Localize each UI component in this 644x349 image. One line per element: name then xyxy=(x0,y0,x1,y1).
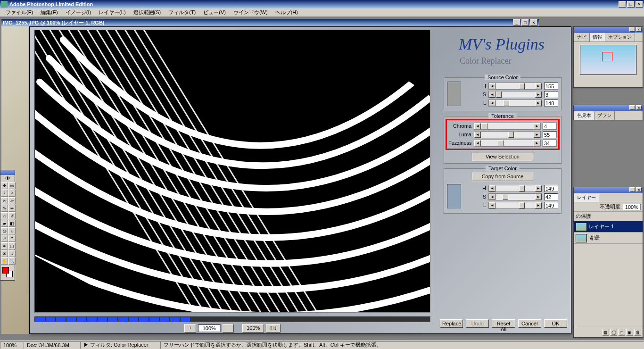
hand-tool[interactable]: ✋ xyxy=(1,258,8,265)
source-l-label: L xyxy=(463,100,487,106)
slice-tool[interactable]: ▱ xyxy=(8,197,16,204)
doc-minimize-button[interactable]: _ xyxy=(513,19,520,26)
move-tool[interactable]: ✥ xyxy=(1,182,8,189)
target-l-slider[interactable]: ◄► xyxy=(488,202,542,209)
eyedropper-tool[interactable]: ⤓ xyxy=(8,250,16,257)
menu-view[interactable]: ビュー(V) xyxy=(199,8,230,17)
foreground-color[interactable] xyxy=(2,267,9,274)
nav-min-button[interactable]: _ xyxy=(629,27,635,32)
tab-options[interactable]: オプション xyxy=(605,33,635,42)
layers-folder-icon[interactable]: ▢ xyxy=(618,329,625,336)
source-h-value[interactable]: 155 xyxy=(544,83,558,90)
navigator-viewport-rect[interactable] xyxy=(602,52,612,61)
path-tool[interactable]: ↗ xyxy=(1,235,8,242)
layer-row-1[interactable]: レイヤー 1 xyxy=(574,221,643,233)
zoom-fit-button[interactable]: Fit xyxy=(266,324,280,332)
close-button[interactable]: × xyxy=(636,1,643,8)
menu-select[interactable]: 選択範囲(S) xyxy=(130,8,165,17)
layers-newlayer-icon[interactable]: ▣ xyxy=(626,329,633,336)
luma-value[interactable]: 55 xyxy=(543,131,557,138)
source-l-slider[interactable]: ◄► xyxy=(488,100,542,107)
preview-area[interactable] xyxy=(34,30,430,313)
reset-all-button[interactable]: Reset All xyxy=(492,319,515,328)
minimize-button[interactable]: _ xyxy=(619,1,626,8)
opacity-label: 不透明度: xyxy=(600,203,622,210)
zoom-tool[interactable]: 🔍 xyxy=(8,258,16,265)
shape-tool[interactable]: ▢ xyxy=(8,242,16,249)
copy-from-source-button[interactable]: Copy from Source xyxy=(472,173,533,181)
layer-row-background[interactable]: 背景 xyxy=(574,233,643,244)
target-l-value[interactable]: 149 xyxy=(544,202,558,209)
history-brush-tool[interactable]: ↺ xyxy=(8,212,16,219)
crop-tool[interactable]: ✂ xyxy=(1,197,8,204)
target-h-value[interactable]: 149 xyxy=(544,185,558,192)
zoom-value[interactable]: 100% xyxy=(198,324,221,332)
menu-filter[interactable]: フィルタ(T) xyxy=(165,8,199,17)
source-h-slider[interactable]: ◄► xyxy=(488,83,542,90)
target-s-value[interactable]: 42 xyxy=(544,193,558,200)
type-tool[interactable]: T xyxy=(8,235,16,242)
luma-slider[interactable]: ◄► xyxy=(474,131,541,138)
brush-tool[interactable]: ✎ xyxy=(1,205,8,212)
tab-info[interactable]: 情報 xyxy=(589,33,605,42)
target-h-slider[interactable]: ◄► xyxy=(488,185,542,192)
app-title: Adobe Photoshop Limited Edition xyxy=(9,1,93,7)
doc-close-button[interactable]: × xyxy=(530,19,537,26)
maximize-button[interactable]: □ xyxy=(627,1,635,8)
blur-tool[interactable]: ◎ xyxy=(1,227,8,234)
pencil-tool[interactable]: ✏ xyxy=(8,205,16,212)
color-picker[interactable] xyxy=(1,266,14,279)
gradient-tool[interactable]: ◧ xyxy=(8,220,16,227)
menu-layer[interactable]: レイヤー(L) xyxy=(95,8,129,17)
menu-window[interactable]: ウインドウ(W) xyxy=(230,8,272,17)
nav-close-button[interactable]: × xyxy=(636,27,642,32)
layers-new-icon[interactable]: ▦ xyxy=(602,329,609,336)
layers-trash-icon[interactable]: 🗑 xyxy=(634,329,641,336)
menu-edit[interactable]: 編集(E) xyxy=(37,8,62,17)
undo-button[interactable]: Undo xyxy=(466,319,489,328)
layers-close-button[interactable]: × xyxy=(636,187,642,192)
fuzziness-value[interactable]: 34 xyxy=(543,140,557,147)
layers-mask-icon[interactable]: ◯ xyxy=(610,329,617,336)
chroma-value[interactable]: 4 xyxy=(543,123,557,130)
tab-layers[interactable]: レイヤー xyxy=(574,193,599,202)
source-s-slider[interactable]: ◄► xyxy=(488,91,542,98)
tab-brushes[interactable]: ブラシ xyxy=(594,111,615,120)
status-zoom[interactable]: 100% xyxy=(0,341,24,349)
target-s-slider[interactable]: ◄► xyxy=(488,193,542,200)
stamp-tool[interactable]: ⎌ xyxy=(1,212,8,219)
swatch-close-button[interactable]: × xyxy=(636,105,642,110)
lasso-tool[interactable]: ⌇ xyxy=(1,190,8,197)
tab-swatches[interactable]: 色見本 xyxy=(574,111,594,120)
zoom-100-button[interactable]: 100% xyxy=(242,324,264,332)
source-color-swatch[interactable] xyxy=(447,82,461,106)
ok-button[interactable]: OK xyxy=(544,319,567,328)
menu-file[interactable]: ファイル(F) xyxy=(2,8,37,17)
zoom-out-button[interactable]: − xyxy=(223,324,234,332)
dodge-tool[interactable]: ☼ xyxy=(8,227,16,234)
eraser-tool[interactable]: ▰ xyxy=(1,220,8,227)
pen-tool[interactable]: ✒ xyxy=(1,242,8,249)
menu-help[interactable]: ヘルプ(H) xyxy=(272,8,302,17)
swatch-min-button[interactable]: _ xyxy=(629,105,635,110)
layers-min-button[interactable]: _ xyxy=(629,187,635,192)
tab-navigator[interactable]: ナビ xyxy=(574,33,590,42)
source-s-value[interactable]: 3 xyxy=(544,91,558,98)
source-l-value[interactable]: 148 xyxy=(544,100,558,107)
source-h-label: H xyxy=(463,83,487,89)
chroma-slider[interactable]: ◄► xyxy=(474,123,541,130)
notes-tool[interactable]: ✉ xyxy=(1,250,8,257)
cancel-button[interactable]: Cancel xyxy=(518,319,541,328)
wand-tool[interactable]: ✧ xyxy=(8,190,16,197)
fuzziness-slider[interactable]: ◄► xyxy=(474,140,541,147)
target-color-swatch[interactable] xyxy=(447,184,461,208)
view-selection-button[interactable]: View Selection xyxy=(472,153,533,161)
target-color-legend: Target Color xyxy=(486,166,520,171)
replace-button[interactable]: Replace xyxy=(440,319,463,328)
marquee-tool[interactable]: ▭ xyxy=(8,182,16,189)
zoom-in-button[interactable]: + xyxy=(184,324,196,332)
navigator-thumb[interactable] xyxy=(580,45,636,75)
opacity-value[interactable]: 100% xyxy=(623,204,641,210)
doc-maximize-button[interactable]: □ xyxy=(521,19,529,26)
menu-image[interactable]: イメージ(I) xyxy=(62,8,95,17)
